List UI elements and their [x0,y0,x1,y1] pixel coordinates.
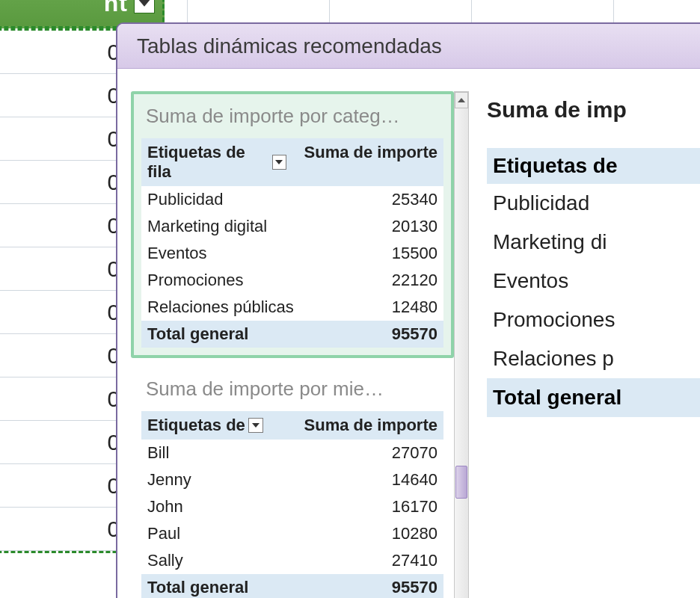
row-label: Eventos [147,244,306,263]
row-label: Jenny [147,470,306,490]
total-label: Total general [147,578,306,597]
pivot-large-preview: Suma de imp Etiquetas de Publicidad Mark… [469,91,700,598]
pivot-thumbnail-1[interactable]: Suma de importe por categ… Etiquetas de … [131,91,454,358]
row-value: 14640 [306,470,438,490]
total-label: Total general [147,324,306,344]
thumbnails-scrollbar[interactable] [454,91,469,598]
row-labels-header: Etiquetas de [147,416,245,435]
row-value: 12480 [306,298,438,317]
recommended-pivottables-dialog: Tablas dinámicas recomendadas Suma de im… [116,22,700,598]
pivot-thumbnail-2[interactable]: Suma de importe por mie… Etiquetas de Su… [131,364,454,598]
thumbnails-list: Suma de importe por categ… Etiquetas de … [131,91,454,598]
preview-row-header: Etiquetas de [487,148,700,184]
scroll-up-icon[interactable] [455,92,468,108]
row-value: 15500 [306,244,438,263]
total-value: 95570 [306,578,438,597]
values-header: Suma de importe [292,138,443,186]
preview-row: Marketing di [487,223,700,262]
preview-total: Total general [487,378,700,417]
filter-dropdown-icon[interactable] [134,0,155,13]
row-label: Promociones [147,271,306,290]
row-label: Marketing digital [147,217,306,236]
dropdown-icon[interactable] [248,418,263,433]
column-header-text: nt [104,0,128,17]
pivot-preview: Etiquetas de Suma de importe Bill27070 J… [141,411,443,598]
row-value: 27070 [306,443,438,463]
dropdown-icon[interactable] [272,155,286,170]
row-label: John [147,497,306,517]
dialog-title: Tablas dinámicas recomendadas [137,34,442,58]
row-value: 22120 [306,271,438,290]
preview-row: Relaciones p [487,339,700,378]
row-value: 20130 [306,217,438,236]
row-value: 27410 [306,551,438,570]
values-header: Suma de importe [292,411,443,440]
pivot-preview: Etiquetas de fila Suma de importe Public… [141,138,443,348]
row-label: Bill [147,443,306,463]
thumbnail-title: Suma de importe por categ… [141,100,443,138]
dialog-titlebar[interactable]: Tablas dinámicas recomendadas [117,24,700,69]
row-label: Publicidad [147,190,306,209]
row-value: 10280 [306,524,438,543]
preview-title: Suma de imp [487,97,700,148]
scroll-thumb[interactable] [455,466,467,499]
row-value: 16170 [306,497,438,517]
preview-row: Promociones [487,300,700,339]
row-label: Sally [147,551,306,570]
row-value: 25340 [306,190,438,209]
preview-row: Eventos [487,262,700,300]
thumbnail-title: Suma de importe por mie… [141,373,443,411]
preview-row: Publicidad [487,184,700,223]
row-label: Paul [147,524,306,543]
total-value: 95570 [306,324,438,344]
row-labels-header: Etiquetas de fila [147,143,269,182]
row-label: Relaciones públicas [147,298,306,317]
